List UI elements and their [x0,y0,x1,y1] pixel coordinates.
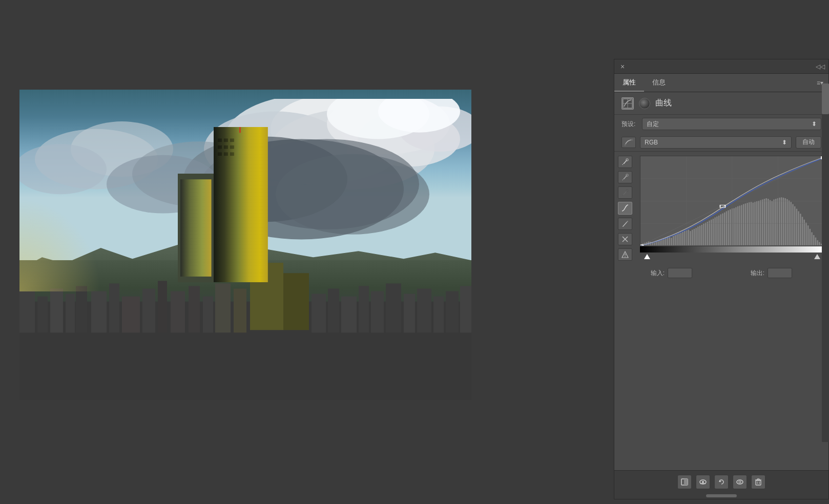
svg-rect-19 [19,291,35,333]
svg-rect-40 [371,291,384,333]
svg-rect-67 [626,174,628,176]
svg-rect-68 [626,190,628,192]
svg-rect-57 [224,152,228,156]
input-value[interactable] [668,268,692,278]
scrollbar-thumb [706,494,737,497]
tab-info[interactable]: 信息 [644,74,674,92]
gradient-bar [640,246,824,253]
building-main [214,127,268,282]
adjustment-layer-icon [621,97,634,110]
sun-glow [19,198,101,291]
svg-rect-102 [694,229,695,245]
curves-graph[interactable] [640,156,824,246]
panel-title: 曲线 [655,98,672,109]
svg-rect-32 [215,284,231,333]
reset-button[interactable] [714,475,729,489]
curves-graph-area [636,152,828,265]
svg-rect-157 [798,211,799,245]
svg-rect-163 [810,229,811,245]
output-field: 输出: [751,268,792,278]
svg-rect-95 [680,233,681,245]
svg-point-187 [739,481,741,483]
svg-rect-36 [312,294,326,333]
svg-rect-166 [815,238,816,245]
svg-rect-101 [692,230,693,245]
svg-rect-188 [756,480,761,485]
svg-point-64 [624,144,626,146]
svg-rect-24 [91,291,107,333]
visibility-toggle-button[interactable] [696,475,710,489]
svg-rect-133 [753,203,754,245]
auto-button[interactable]: 自动 [796,136,821,149]
canvas-area [0,0,471,504]
circle-target-icon [639,98,650,109]
svg-rect-113 [714,217,715,245]
black-point-slider[interactable] [644,254,650,259]
eyedropper-white-tool[interactable] [618,156,632,168]
svg-point-184 [702,481,704,483]
svg-rect-154 [792,204,793,245]
scrollbar-thumb-vertical [822,83,829,114]
svg-rect-23 [76,286,87,333]
svg-rect-100 [690,231,691,245]
eyedropper-black-tool[interactable] [618,186,632,199]
horizontal-scrollbar[interactable] [614,493,828,499]
svg-rect-119 [726,211,727,245]
svg-rect-130 [747,203,748,245]
svg-rect-56 [218,152,222,156]
eyedropper-gray-tool[interactable] [618,171,632,183]
svg-rect-58 [230,152,234,156]
pencil-tool[interactable] [618,218,632,230]
svg-rect-114 [716,217,717,245]
svg-point-65 [631,139,633,141]
view-button[interactable] [733,475,747,489]
svg-rect-104 [697,227,698,245]
svg-rect-92 [675,235,676,245]
svg-rect-139 [764,199,765,245]
svg-rect-41 [386,284,401,333]
svg-rect-153 [791,202,792,245]
panel-scrollbar[interactable] [822,83,829,442]
panel-header: × ◁◁ [614,59,828,74]
svg-rect-142 [770,200,771,245]
svg-rect-44 [433,297,444,333]
svg-rect-118 [724,213,725,245]
svg-rect-35 [283,274,309,330]
tab-properties[interactable]: 属性 [614,74,644,92]
svg-rect-53 [218,145,222,149]
output-value[interactable] [768,268,792,278]
panel-content: 曲线 预设: 自定 ⬍ RGB ⬍ 自动 [614,92,828,281]
tools-column [614,152,636,265]
panel-collapse-button[interactable]: ◁◁ [816,62,824,71]
white-point-slider[interactable] [814,254,820,259]
delete-button[interactable] [751,475,765,489]
svg-rect-33 [234,289,246,333]
svg-rect-108 [705,223,706,245]
crosshatch-tool[interactable] [618,233,632,245]
svg-rect-89 [669,237,670,245]
svg-rect-148 [781,197,782,245]
preset-dropdown[interactable]: 自定 ⬍ [642,118,821,130]
svg-rect-105 [699,226,700,245]
svg-rect-99 [688,230,689,245]
channel-icon[interactable] [621,137,636,148]
svg-rect-161 [805,223,806,245]
svg-rect-117 [722,214,723,245]
channel-dropdown[interactable]: RGB ⬍ [640,136,792,149]
svg-rect-37 [328,289,339,333]
smooth-curve-tool[interactable] [618,202,632,214]
svg-rect-39 [359,286,369,333]
svg-rect-106 [701,225,702,245]
panel-close-button[interactable]: × [618,62,627,71]
svg-rect-81 [654,242,655,245]
mask-button[interactable] [677,475,692,489]
svg-rect-21 [50,289,63,333]
svg-rect-27 [142,289,155,333]
svg-rect-51 [224,138,228,142]
svg-rect-156 [796,209,797,245]
svg-point-10 [276,154,429,235]
clipping-warning-tool[interactable] [618,248,632,261]
svg-point-73 [625,256,626,257]
svg-rect-136 [758,201,759,245]
output-label: 输出: [751,269,764,278]
